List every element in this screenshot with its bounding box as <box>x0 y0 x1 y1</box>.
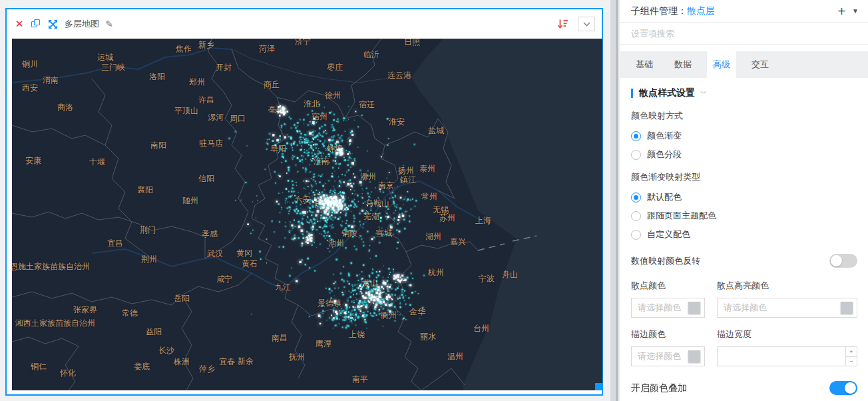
resize-handle[interactable] <box>595 383 602 390</box>
color-mapping-radio-group: 颜色渐变颜色分段 <box>631 130 857 161</box>
scatter-color-picker[interactable]: 请选择颜色 <box>631 298 705 318</box>
highlight-color-swatch[interactable] <box>841 302 853 314</box>
move-expand-icon[interactable] <box>47 18 59 30</box>
close-icon[interactable]: ✕ <box>13 18 25 30</box>
radio-option-跟随页面主题配色[interactable]: 跟随页面主题配色 <box>631 210 857 222</box>
stroke-color-label: 描边颜色 <box>631 328 705 340</box>
highlight-color-picker[interactable]: 请选择颜色 <box>717 298 857 318</box>
radio-selected-icon[interactable] <box>631 193 641 202</box>
color-fields-grid: 散点颜色 请选择颜色 描边颜色 请选择颜色 散点高亮颜色 请选择颜色 <box>631 280 857 377</box>
tab-交互[interactable]: 交互 <box>746 51 775 78</box>
settings-search-input[interactable] <box>631 29 857 39</box>
radio-unselected-icon[interactable] <box>631 211 641 221</box>
add-layer-icon[interactable]: + <box>837 5 845 18</box>
section-chevron-icon: ﹀ <box>700 89 707 98</box>
radio-option-label: 颜色分段 <box>647 149 682 161</box>
tab-数据[interactable]: 数据 <box>668 51 698 78</box>
invert-color-label: 数值映射颜色反转 <box>631 255 700 267</box>
sort-descending-icon[interactable] <box>556 18 568 30</box>
highlight-color-label: 散点高亮颜色 <box>717 280 857 292</box>
stroke-width-input[interactable] <box>718 347 845 366</box>
invert-color-toggle[interactable] <box>829 254 857 268</box>
section-accent-bar <box>631 89 633 98</box>
radio-unselected-icon[interactable] <box>631 150 641 160</box>
copy-icon[interactable] <box>30 18 42 30</box>
gradient-type-radio-group: 默认配色跟随页面主题配色自定义配色 <box>631 191 857 240</box>
settings-panel: 子组件管理： 散点层 + ▼ 基础数据高级交互 散点样式设置 ﹀ 颜色映射方式 … <box>620 0 868 401</box>
layer-dropdown-icon[interactable]: ▼ <box>852 7 859 15</box>
scatter-points-layer <box>12 39 602 390</box>
workspace: ✕ 多层地图 ✎ <box>0 0 868 401</box>
highlight-color-placeholder: 请选择颜色 <box>724 302 841 314</box>
radio-option-label: 自定义配色 <box>647 228 690 240</box>
scatter-color-placeholder: 请选择颜色 <box>638 302 688 314</box>
radio-unselected-icon[interactable] <box>631 230 641 240</box>
overlay-row: 开启颜色叠加 <box>631 381 857 395</box>
edit-pencil-icon[interactable]: ✎ <box>103 18 115 30</box>
invert-color-row: 数值映射颜色反转 <box>631 254 857 268</box>
map-widget-toolbar: ✕ 多层地图 ✎ <box>7 9 602 39</box>
gradient-type-label: 颜色渐变映射类型 <box>631 171 857 183</box>
stroke-width-field: + − <box>717 346 857 366</box>
tab-高级[interactable]: 高级 <box>707 51 736 78</box>
section-title: 散点样式设置 <box>639 87 695 99</box>
radio-selected-icon[interactable] <box>631 131 641 141</box>
overlay-label: 开启颜色叠加 <box>631 382 687 394</box>
radio-option-label: 跟随页面主题配色 <box>647 210 716 222</box>
radio-option-默认配色[interactable]: 默认配色 <box>631 191 857 203</box>
settings-tabs: 基础数据高级交互 <box>620 51 868 78</box>
stroke-color-picker[interactable]: 请选择颜色 <box>631 346 705 366</box>
overlay-toggle[interactable] <box>829 381 857 395</box>
stroke-width-stepper: + − <box>845 347 857 366</box>
layer-link[interactable]: 散点层 <box>687 5 715 17</box>
settings-body: 散点样式设置 ﹀ 颜色映射方式 颜色渐变颜色分段 颜色渐变映射类型 默认配色跟随… <box>620 78 868 401</box>
radio-option-label: 默认配色 <box>647 191 682 203</box>
scatter-color-swatch[interactable] <box>688 302 700 314</box>
radio-option-自定义配色[interactable]: 自定义配色 <box>631 228 857 240</box>
subcomponent-header: 子组件管理： 散点层 + ▼ <box>620 0 868 23</box>
settings-search-row <box>620 23 868 45</box>
map-widget-card: ✕ 多层地图 ✎ <box>5 8 603 396</box>
subcomponent-label: 子组件管理： <box>631 5 687 17</box>
color-mapping-label: 颜色映射方式 <box>631 110 857 122</box>
stroke-color-placeholder: 请选择颜色 <box>638 350 688 362</box>
radio-option-颜色渐变[interactable]: 颜色渐变 <box>631 130 857 142</box>
radio-option-label: 颜色渐变 <box>647 130 682 142</box>
widget-title: 多层地图 <box>65 18 99 30</box>
map-canvas[interactable]: 济宁日照铜川西安渭南运城三门峡洛阳焦作新乡郑州开封菏泽临沂枣庄连云港商丘徐州宿迁… <box>12 39 602 390</box>
panel-splitter[interactable] <box>610 0 618 401</box>
stepper-decrease-button[interactable]: − <box>846 357 857 366</box>
stroke-width-label: 描边宽度 <box>717 328 857 340</box>
scatter-color-label: 散点颜色 <box>631 280 705 292</box>
stepper-increase-button[interactable]: + <box>846 347 857 357</box>
radio-option-颜色分段[interactable]: 颜色分段 <box>631 149 857 161</box>
stroke-color-swatch[interactable] <box>688 350 700 362</box>
section-scatter-style[interactable]: 散点样式设置 ﹀ <box>631 87 857 99</box>
collapse-panel-button[interactable] <box>578 17 595 31</box>
tab-基础[interactable]: 基础 <box>630 51 659 78</box>
